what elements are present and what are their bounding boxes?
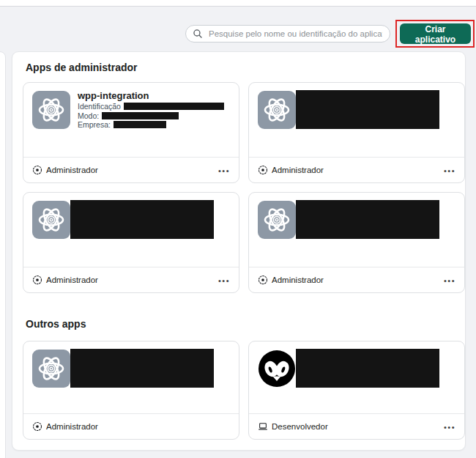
redacted-app-info xyxy=(296,349,439,388)
redacted-app-id xyxy=(124,103,224,110)
section-title-other-apps: Outros apps xyxy=(26,318,86,330)
create-app-button[interactable]: Criar aplicativo xyxy=(400,23,471,44)
role-label: Administrador xyxy=(272,166,324,174)
card-footer: Administrador xyxy=(23,413,239,439)
admin-badge-icon xyxy=(32,275,42,285)
more-menu-icon[interactable]: ••• xyxy=(444,422,455,432)
admin-badge-icon xyxy=(32,165,42,175)
admin-badge-icon xyxy=(32,421,42,432)
app-name: wpp-integration xyxy=(78,90,149,101)
redacted-app-info xyxy=(70,349,214,388)
app-card-wpp-integration[interactable]: wpp-integration Identificação Modo: Empr… xyxy=(23,82,239,183)
app-company-label: Empresa: xyxy=(78,120,111,129)
more-menu-icon[interactable]: ••• xyxy=(218,276,230,285)
redacted-app-info xyxy=(296,200,439,239)
role-label: Administrador xyxy=(46,276,98,284)
card-footer: Administrador ••• xyxy=(249,157,464,182)
other-apps-row: Administrador Desenvolvedor ••• xyxy=(23,341,465,440)
redacted-app-info xyxy=(70,200,214,239)
role-label: Desenvolvedor xyxy=(272,422,328,431)
redacted-app-company xyxy=(114,121,166,128)
app-card-redacted[interactable]: Administrador ••• xyxy=(23,192,239,293)
app-details: Identificação Modo: Empresa: xyxy=(78,102,224,130)
owl-avatar-icon xyxy=(258,350,296,388)
card-footer: Administrador ••• xyxy=(249,267,464,292)
card-footer: Desenvolvedor ••• xyxy=(249,413,464,439)
laptop-icon xyxy=(258,421,268,432)
role-label: Administrador xyxy=(46,166,98,174)
role-label: Administrador xyxy=(46,422,98,431)
app-card-redacted[interactable]: Administrador xyxy=(23,341,239,440)
redacted-app-info xyxy=(296,90,439,129)
default-app-icon xyxy=(32,201,70,239)
top-navbar-edge xyxy=(0,0,476,7)
app-card-redacted-developer[interactable]: Desenvolvedor ••• xyxy=(248,341,465,440)
left-panel-edge xyxy=(0,51,6,458)
app-search-box[interactable] xyxy=(185,25,390,43)
card-footer: Administrador ••• xyxy=(23,267,239,292)
app-id-label: Identificação xyxy=(78,102,121,111)
admin-apps-row-1: wpp-integration Identificação Modo: Empr… xyxy=(23,82,465,183)
app-mode-label: Modo: xyxy=(78,111,99,120)
admin-badge-icon xyxy=(258,165,268,175)
app-card-redacted[interactable]: Administrador ••• xyxy=(248,192,465,293)
default-app-icon xyxy=(32,350,70,388)
default-app-icon xyxy=(32,91,70,129)
role-label: Administrador xyxy=(272,276,324,284)
default-app-icon xyxy=(258,91,296,129)
admin-apps-row-2: Administrador ••• Administrador ••• xyxy=(23,192,465,293)
more-menu-icon[interactable]: ••• xyxy=(444,276,455,285)
apps-panel: Apps de administrador wpp-integration Id… xyxy=(12,51,466,451)
card-footer: Administrador ••• xyxy=(23,157,239,182)
more-menu-icon[interactable]: ••• xyxy=(444,166,455,175)
app-dashboard-page: Criar aplicativo Apps de administrador w… xyxy=(0,0,476,458)
admin-badge-icon xyxy=(258,275,268,285)
search-input[interactable] xyxy=(207,29,384,39)
default-app-icon xyxy=(258,201,296,239)
search-icon xyxy=(193,29,203,39)
more-menu-icon[interactable]: ••• xyxy=(218,166,230,175)
section-title-admin-apps: Apps de administrador xyxy=(26,62,137,73)
redacted-app-mode xyxy=(102,112,179,119)
app-card-redacted[interactable]: Administrador ••• xyxy=(248,82,465,183)
